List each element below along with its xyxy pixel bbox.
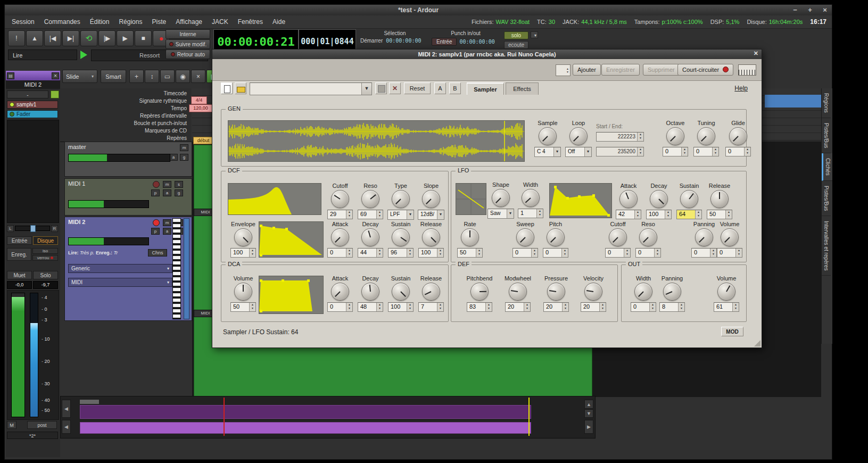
processor-samplv1[interactable]: samplv1 [7,101,58,109]
gen-tuning-knob[interactable] [697,127,715,145]
dcf-envelope-display[interactable] [259,221,324,258]
lfo-envelope-display[interactable] [549,183,612,218]
peak-display[interactable]: -9,7 [33,281,58,289]
lfo-sustain-spin[interactable]: 64▲▼ [676,210,702,219]
dcf-type-knob[interactable] [392,190,410,208]
def-velocity-knob[interactable] [584,283,602,301]
midi1-g-button[interactable]: g [175,189,183,196]
tab-effects[interactable]: Effects [506,82,539,95]
midi1-gain-fader[interactable] [68,200,149,208]
midi1-a-button[interactable]: a [163,189,171,196]
ruler-label[interactable]: Signature rythmique [139,97,187,105]
dca-envelope-display[interactable] [259,276,324,314]
ruler-label[interactable]: Boucle et punch-in/out [134,120,187,127]
dcf-decay-knob[interactable] [361,228,379,246]
route-group-button[interactable]: - [7,90,48,98]
master-a-button[interactable]: a [169,154,178,161]
tool-button[interactable]: ▭ [160,70,175,83]
play-mode-bar[interactable]: Lire [8,49,77,60]
midi-keyboard-icon[interactable] [738,64,756,76]
transport-button[interactable]: |▶ [98,30,115,46]
gain-fader[interactable] [11,293,25,417]
summary-up-button[interactable]: ▲ [584,400,593,409]
master-gain-fader[interactable] [68,154,170,162]
record-enable-button[interactable]: Enreg. [7,248,31,261]
lock-button[interactable]: verrou [32,255,58,261]
midi1-solo-button[interactable]: s [175,181,183,188]
output-button[interactable]: *2* [7,432,58,439]
side-tab[interactable]: Intervalles et repères [822,216,831,276]
delete-icon[interactable]: ✕ [389,82,401,94]
ruler-label[interactable]: Repères d'intervalle [140,112,187,120]
lfo-cutoff-spin[interactable]: 0▲▼ [605,248,631,258]
def-velocity-spin[interactable]: 20▲▼ [581,302,606,312]
gen-sample-combo[interactable]: C 4▾ [534,147,561,157]
lfo-sweep-knob[interactable] [516,228,534,246]
midi2-device-combo[interactable]: Generic▾ [68,264,172,273]
transport-button[interactable]: |◀ [44,30,61,46]
balance-left-button[interactable]: L [7,225,14,232]
dcf-release-knob[interactable] [422,228,440,246]
midi2-p-button[interactable]: p [151,228,160,235]
lfo-decay-knob[interactable] [650,190,668,208]
gen-octave-knob[interactable] [666,127,684,145]
menu-item[interactable]: Affichage [172,17,206,27]
gen-octave-spin[interactable]: 0▲▼ [663,147,688,156]
menu-item[interactable]: Aide [269,17,289,27]
menu-item[interactable]: Session [8,17,38,27]
midi1-p-button[interactable]: p [151,189,160,196]
transport-button[interactable]: ■ [135,30,152,46]
strip-menu-button[interactable]: ▤ [7,72,14,79]
midi1-mute-button[interactable]: m [163,181,171,188]
transport-button[interactable]: ▶ [117,30,134,46]
def-pitchbend-spin[interactable]: 83▲▼ [467,302,492,312]
def-pressure-spin[interactable]: 20▲▼ [543,302,569,312]
master-mute-button[interactable]: m [180,144,188,151]
strip-close-button[interactable]: ✕ [52,72,59,79]
lfo-attack-knob[interactable] [619,190,638,208]
out-volume-knob[interactable] [717,283,735,301]
midi2-scrollbar[interactable] [184,218,189,319]
disk-button[interactable]: Disque [33,236,58,245]
punch-in-button[interactable]: Entrée [432,38,457,46]
lfo-decay-spin[interactable]: 100▲▼ [646,210,672,219]
transport-button[interactable]: ▶| [62,30,79,46]
lfo-volume-knob[interactable] [721,228,739,246]
lfo-rate-knob[interactable] [461,228,479,246]
channels-button[interactable]: Chns [148,249,167,257]
mute-button[interactable]: Muet [7,271,32,279]
lfo-width-spin[interactable]: 1▲▼ [518,209,543,218]
transport-options-caret[interactable]: ▾ [531,31,538,38]
balance-right-button[interactable]: R [51,225,58,232]
menu-item[interactable]: Régions [115,17,146,27]
transport-button[interactable]: ▲ [26,30,43,46]
side-tab[interactable]: Pistes/Bus [822,118,831,153]
dcf-attack-spin[interactable]: 0▲▼ [327,248,353,258]
dcf-slope-combo[interactable]: 12dB/▾ [418,210,444,220]
minimize-button[interactable]: − [791,6,799,14]
bypass-button[interactable]: Court-circuiter [677,64,733,76]
dcf-reso-spin[interactable]: 69▲▼ [358,210,383,219]
side-tab[interactable]: Régions [822,88,831,118]
meter-marker[interactable]: 4/4 [191,96,207,104]
strip-grid-button[interactable] [51,90,59,98]
def-pitchbend-knob[interactable] [470,283,489,301]
lfo-release-spin[interactable]: 50▲▼ [707,210,732,219]
lfo-reso-spin[interactable]: 0▲▼ [635,248,661,258]
midi1-rec-button[interactable] [153,181,160,188]
dca-release-knob[interactable] [422,283,440,301]
midi2-mode-combo[interactable]: MIDI▾ [68,278,172,287]
edit-mode-combo[interactable]: Slide▾ [62,70,97,83]
menu-item[interactable]: Fenêtres [234,17,267,27]
transport-toggle[interactable]: Retour auto [166,49,210,59]
dca-volume-knob[interactable] [234,283,252,301]
side-tab[interactable]: Clichés [822,153,832,181]
master-g-button[interactable]: g [180,154,188,161]
out-width-knob[interactable] [634,283,652,301]
dcf-attack-knob[interactable] [331,228,349,246]
add-preset-button[interactable]: Ajouter [573,64,601,76]
dca-sustain-knob[interactable] [392,283,410,301]
dcf-type-combo[interactable]: LPF▾ [387,210,414,220]
save-preset-button[interactable]: Enregistrer [601,64,640,76]
maximize-button[interactable]: + [806,6,814,14]
